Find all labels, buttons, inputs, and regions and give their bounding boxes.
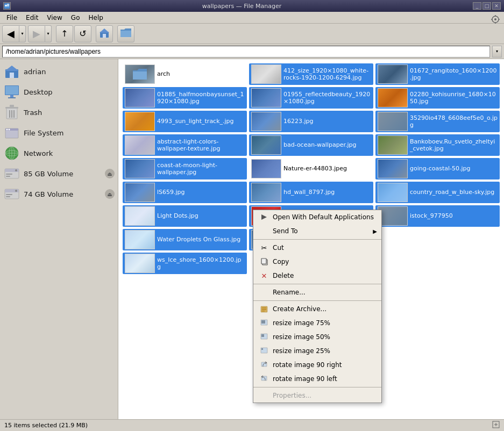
svg-point-36 [15, 169, 17, 171]
menu-go[interactable]: Go [67, 13, 84, 23]
svg-rect-17 [10, 95, 13, 97]
toolbar: ◀ ▾ ▶ ▾ ↑ ↺ [0, 24, 504, 44]
file-item-abstract[interactable]: abstract-light-colors-wallpaper-texture.… [123, 134, 247, 156]
resize25-icon [260, 347, 268, 355]
context-menu-create-archive[interactable]: Create Archive... [253, 302, 381, 316]
maximize-button[interactable]: □ [482, 2, 491, 10]
menu-view[interactable]: View [42, 13, 66, 23]
context-menu-rotate-right[interactable]: rotate image 90 right [253, 358, 381, 372]
menu-help[interactable]: Help [84, 13, 107, 23]
file-item-light[interactable]: Light Dots.jpg [123, 205, 247, 227]
file-item-02280[interactable]: 02280_kohisunrise_1680×1050.jpg [375, 87, 500, 109]
eject-vol85-button[interactable]: ⏏ [105, 169, 115, 178]
archive-icon [260, 305, 268, 313]
main-area: adrian Desktop Trash File System [0, 59, 504, 419]
context-menu-copy[interactable]: Copy [253, 255, 381, 269]
svg-rect-16 [5, 86, 18, 95]
file-item-16223[interactable]: 16223.jpg [249, 111, 373, 132]
context-menu-sep4 [253, 387, 381, 387]
file-thumb-ws [125, 254, 155, 273]
context-menu-send-to-label: Send To [273, 227, 298, 235]
context-menu-rename-label: Rename... [273, 289, 306, 296]
home-button[interactable] [96, 25, 113, 42]
file-name-ws: ws_Ice_shore_1600×1200.jpg [157, 256, 245, 270]
desktop-icon [4, 84, 19, 99]
refresh-button[interactable]: ↺ [74, 25, 91, 42]
context-menu-send-to[interactable]: Send To ▶ [253, 224, 381, 238]
new-folder-icon [120, 27, 132, 40]
file-item-ws[interactable]: ws_Ice_shore_1600×1200.jpg [123, 253, 247, 274]
address-dropdown[interactable]: ▾ [492, 46, 502, 58]
sidebar-item-adrian[interactable]: adrian [0, 61, 118, 82]
minimize-button[interactable]: _ [473, 2, 481, 10]
file-item-01885[interactable]: 01885_halfmoonbaysunset_1920×1080.jpg [123, 87, 247, 109]
file-name-35290: 35290io478_6608eef5e0_o.jpg [410, 114, 498, 128]
copy-icon [260, 257, 268, 266]
context-menu-resize-50[interactable]: resize image 50% [253, 330, 381, 344]
back-dropdown[interactable]: ▾ [19, 25, 26, 42]
new-folder-button[interactable] [117, 25, 134, 42]
file-thumb-412 [251, 64, 281, 84]
up-button[interactable]: ↑ [56, 25, 73, 42]
titlebar: wallpapers — File Manager _ □ ✕ [0, 0, 504, 12]
close-button[interactable]: ✕ [492, 2, 501, 10]
context-menu-rename[interactable]: Rename... [253, 285, 381, 299]
forward-arrow-icon: ▶ [33, 28, 40, 39]
sidebar-label-filesystem: File System [24, 129, 63, 137]
file-item-412[interactable]: 412_size_1920×1080_white-rocks-1920-1200… [249, 63, 373, 85]
file-item-coast[interactable]: coast-at-moon-light-wallpaper.jpg [123, 158, 247, 179]
sidebar-item-network[interactable]: Network [0, 143, 118, 163]
network-icon [4, 146, 19, 161]
trash-icon [4, 105, 19, 120]
file-item-water[interactable]: Water Droplets On Glass.jpg [123, 229, 247, 250]
file-item-going[interactable]: going-coastal-50.jpg [375, 158, 500, 179]
file-item-hd[interactable]: hd_wall_8797.jpg [249, 182, 373, 203]
svg-rect-18 [8, 97, 16, 98]
open-with-icon [260, 213, 268, 221]
eject-vol74-button[interactable]: ⏏ [105, 189, 115, 199]
context-menu-create-archive-label: Create Archive... [273, 305, 326, 313]
context-menu-cut[interactable]: ✂ Cut [253, 241, 381, 255]
file-thumb-abstract [125, 135, 155, 155]
back-button[interactable]: ◀ [2, 25, 19, 42]
menu-edit[interactable]: Edit [22, 13, 42, 23]
file-item-istock[interactable]: istock_977950 [375, 205, 500, 227]
file-thumb-coast [125, 159, 155, 178]
sidebar-item-desktop[interactable]: Desktop [0, 82, 118, 102]
context-menu-rotate-left-label: rotate image 90 left [273, 375, 337, 383]
menu-file[interactable]: File [2, 13, 22, 23]
file-item-nature[interactable]: Nature-er-44803.jpeg [249, 158, 373, 179]
context-menu-resize-75[interactable]: resize image 75% [253, 316, 381, 330]
file-item-01672[interactable]: 01672_rangitoto_1600×1200.jpg [375, 63, 500, 85]
resize50-icon [260, 333, 268, 341]
context-menu-rotate-left[interactable]: rotate image 90 left [253, 372, 381, 386]
file-item-badocean[interactable]: bad-ocean-wallpaper.jpg [249, 134, 373, 156]
addressbar: ▾ [0, 44, 504, 59]
context-menu-open-with[interactable]: Open With Default Applications [253, 210, 381, 224]
cut-icon: ✂ [260, 243, 268, 252]
file-item-01955[interactable]: 01955_reflectedbeauty_1920×1080.jpg [249, 87, 373, 109]
file-item-35290[interactable]: 35290io478_6608eef5e0_o.jpg [375, 111, 500, 132]
file-item-ls659[interactable]: lS659.jpg [123, 182, 247, 203]
forward-dropdown[interactable]: ▾ [45, 25, 52, 42]
file-area: arch 412_size_1920×1080_white-rocks-1920… [118, 59, 504, 419]
file-item-4993[interactable]: 4993_sun_light_track_.jpg [123, 111, 247, 132]
forward-button[interactable]: ▶ [28, 25, 45, 42]
file-item-bankoboev[interactable]: Bankoboev.Ru_svetlo_zheltyi_cvetok.jpg [375, 134, 500, 156]
context-menu-delete[interactable]: ✕ Delete [253, 269, 381, 283]
file-item-country[interactable]: country_road_w_blue-sky.jpg [375, 182, 500, 203]
file-name-01955: 01955_reflectedbeauty_1920×1080.jpg [283, 91, 371, 105]
context-menu-resize-25[interactable]: resize image 25% [253, 344, 381, 358]
menubar: File Edit View Go Help [0, 12, 504, 24]
file-thumb-4993 [125, 112, 155, 131]
file-thumb-01672 [378, 64, 408, 84]
delete-icon: ✕ [260, 271, 268, 280]
address-input[interactable] [2, 46, 490, 58]
sidebar-item-vol74[interactable]: 74 GB Volume ⏏ [0, 184, 118, 204]
sidebar-item-filesystem[interactable]: File System [0, 123, 118, 143]
sidebar-item-trash[interactable]: Trash [0, 102, 118, 123]
svg-rect-21 [10, 105, 14, 107]
sidebar-item-vol85[interactable]: 85 GB Volume ⏏ [0, 163, 118, 184]
file-item-arch[interactable]: arch [123, 63, 247, 85]
settings-icon [491, 15, 500, 25]
